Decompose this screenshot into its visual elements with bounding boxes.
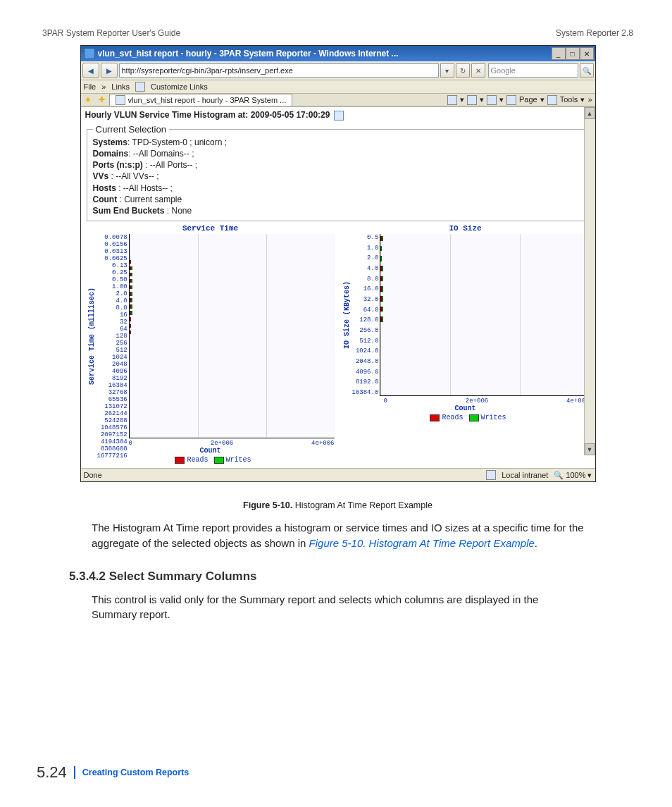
y-ticks: 0.00780.01560.03130.06250.130.250.501.00… [97,234,129,438]
section-heading: 5.3.4.2 Select Summary Columns [69,569,633,584]
x-axis-label: Count [342,405,590,412]
plot-area [380,234,589,396]
page-number: 5.24 [37,763,67,782]
tab-strip: ★ ✚ vlun_svt_hist report - hourly - 3PAR… [81,94,595,106]
chart: Service TimeService Time (millisec)0.007… [87,224,335,464]
bar-writes [382,316,383,322]
bar-writes [382,286,383,292]
bar-reads [130,317,131,321]
menu-file[interactable]: File [84,82,97,91]
page-footer: 5.24 Creating Custom Reports [37,763,189,782]
maximize-button[interactable]: □ [566,47,580,60]
footer-section: Creating Custom Reports [82,768,189,777]
bar-writes [380,246,382,252]
header-left: 3PAR System Reporter User's Guide [42,28,180,38]
chart-title: IO Size [342,224,590,233]
bar-writes [382,266,383,271]
print-icon[interactable] [487,95,497,105]
header-right: System Reporter 2.8 [556,28,633,38]
security-zone: Local intranet [502,471,548,479]
x-ticks: 02e+0064e+006 [384,398,590,405]
y-axis-label: IO Size (KBytes) [342,234,352,396]
url-dropdown[interactable]: ▾ [440,63,454,78]
tools-menu[interactable]: Tools [560,95,578,105]
tab-label: vlun_svt_hist report - hourly - 3PAR Sys… [128,96,287,104]
window-titlebar: vlun_svt_hist report - hourly - 3PAR Sys… [81,46,595,61]
search-input[interactable]: Google [488,63,578,78]
close-button[interactable]: ✕ [580,47,594,60]
bar-writes [382,296,383,302]
address-bar: ◀ ▶ http://sysreporter/cgi-bin/3par-rpts… [81,61,595,80]
chart-title: Service Time [87,224,335,233]
refresh-button[interactable]: ↻ [456,63,470,78]
customize-icon [135,82,145,92]
add-favorite-icon[interactable]: ✚ [95,95,109,104]
bar-reads [130,260,131,264]
x-ticks: 02e+0064e+006 [129,440,335,447]
bar-writes [382,236,383,242]
back-button[interactable]: ◀ [82,63,99,78]
page-icon [116,95,125,105]
bar-writes [382,307,383,312]
menu-more-icon[interactable]: » [101,82,106,91]
bar-writes [382,276,383,282]
running-header: 3PAR System Reporter User's Guide System… [42,28,633,38]
home-icon[interactable] [447,95,457,105]
tools-icon[interactable] [547,95,557,105]
footer-divider [74,766,75,779]
fieldset-legend: Current Selection [93,125,169,134]
bar-reads [130,331,131,334]
bar-writes [131,273,132,276]
charts-area: Service TimeService Time (millisec)0.007… [85,224,591,464]
bar-writes [131,311,132,314]
current-selection-box: Current Selection Systems: TPD-System-0 … [87,125,590,221]
page-content: Hourly VLUN Service Time Histogram at: 2… [81,106,595,468]
status-text: Done [84,471,102,479]
bar-writes [131,304,132,308]
favorites-icon[interactable]: ★ [81,95,95,104]
bar-writes [380,256,382,261]
url-input[interactable]: http://sysreporter/cgi-bin/3par-rpts/ins… [119,63,439,78]
search-placeholder: Google [491,66,516,75]
plot-area [129,234,335,438]
menu-bar: File » Links Customize Links [81,80,595,94]
chart: IO SizeIO Size (KBytes)0.51.02.04.08.016… [342,224,590,464]
stop-button[interactable]: ✕ [471,63,485,78]
bar-writes [131,266,132,270]
scroll-down-icon[interactable]: ▼ [585,443,595,455]
bar-writes [131,279,132,283]
bar-writes [131,292,132,295]
body-paragraph-1: The Histogram At Time report provides a … [92,520,585,551]
menu-customize[interactable]: Customize Links [151,82,208,91]
bar-reads [130,324,131,328]
page-tools-icon[interactable] [506,95,516,105]
figure-caption: Figure 5-10. Histogram At Time Report Ex… [42,500,633,510]
zoom-label[interactable]: 🔍 100% ▾ [554,471,592,480]
bar-writes [131,298,132,302]
chart-legend: ReadsWrites [342,414,590,421]
status-bar: Done Local intranet 🔍 100% ▾ [81,468,595,481]
search-go-button[interactable]: 🔍 [580,63,594,78]
toolbar-more-icon[interactable]: » [587,95,592,105]
zone-icon [486,470,496,480]
screenshot-window: vlun_svt_hist report - hourly - 3PAR Sys… [80,45,596,482]
bar-writes [131,285,132,289]
ie-icon [84,48,95,59]
report-icon[interactable] [334,111,344,121]
forward-button[interactable]: ▶ [101,63,118,78]
vertical-scrollbar[interactable]: ▲ ▼ [584,107,595,455]
body-paragraph-2: This control is valid only for the Summa… [92,592,585,623]
links-label: Links [111,82,130,91]
figure-xref[interactable]: Figure 5-10. Histogram At Time Report Ex… [309,537,535,549]
minimize-button[interactable]: _ [552,47,566,60]
window-title: vlun_svt_hist report - hourly - 3PAR Sys… [98,49,552,58]
feeds-icon[interactable] [467,95,477,105]
y-ticks: 0.51.02.04.08.016.032.064.0128.0256.0512… [352,234,380,396]
scroll-up-icon[interactable]: ▲ [585,107,595,119]
browser-tab[interactable]: vlun_svt_hist report - hourly - 3PAR Sys… [109,94,293,106]
report-title: Hourly VLUN Service Time Histogram at: 2… [85,110,591,121]
y-axis-label: Service Time (millisec) [87,234,97,438]
page-menu[interactable]: Page [519,95,537,105]
url-text: http://sysreporter/cgi-bin/3par-rpts/ins… [122,66,293,75]
